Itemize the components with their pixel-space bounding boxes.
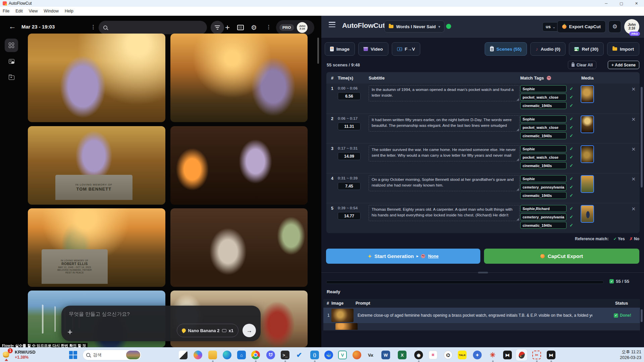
kebab-menu-icon[interactable]: ⋮	[91, 24, 96, 30]
edge-icon[interactable]	[223, 351, 231, 359]
subtitle-textarea[interactable]: It had been written fifty years earlier,…	[369, 115, 520, 132]
tag-input[interactable]: Sophie	[520, 175, 567, 182]
reference-no-option[interactable]: ✗ No	[630, 237, 639, 241]
remove-scene-button[interactable]: ✕	[631, 206, 636, 212]
scene-media-thumbnail[interactable]	[581, 205, 594, 223]
chrome-icon[interactable]	[251, 351, 260, 359]
duration-input[interactable]: 7.45	[338, 182, 361, 190]
office-swirl-icon[interactable]	[353, 351, 361, 359]
sidebar-assets-button[interactable]	[5, 55, 18, 68]
send-button[interactable]: →	[243, 324, 256, 337]
tag-input[interactable]: pocket_watch_close	[520, 154, 567, 161]
more-menu-icon[interactable]: ⋮	[266, 24, 271, 30]
sidebar-grid-view-button[interactable]	[5, 39, 18, 52]
minimize-button[interactable]: ─	[599, 0, 614, 7]
file-explorer-icon[interactable]	[208, 351, 217, 359]
tag-input[interactable]: cinematic_1940s	[520, 162, 567, 169]
prompt-thumbnail[interactable]	[331, 309, 354, 322]
project-selector[interactable]: Words I Never Said ▾	[384, 20, 444, 33]
tag-input[interactable]: Sophie,Richard	[520, 205, 567, 212]
prompt-input[interactable]: 무엇을 만들고 싶으신가요?	[69, 311, 130, 317]
tag-input[interactable]: cemetery_pennsylvania	[520, 213, 567, 220]
sidebar-export-button[interactable]	[5, 71, 18, 84]
tab-audio[interactable]: ♪ Audio (0)	[530, 42, 566, 56]
prompt-thumbnail[interactable]	[335, 323, 358, 330]
export-capcut-button[interactable]: Export CapCut	[557, 20, 606, 33]
model-selector[interactable]: Nano Banana 2 x1	[177, 324, 238, 337]
vscode-icon[interactable]: ⟨⟩	[310, 351, 319, 359]
discord-icon[interactable]: ᗢ	[266, 351, 275, 359]
copilot-icon[interactable]	[194, 351, 202, 359]
generated-image-6[interactable]	[170, 208, 308, 287]
prompt-row-2-partial[interactable]	[323, 323, 640, 330]
chatgpt-icon[interactable]: ⌬	[444, 351, 452, 359]
menu-view[interactable]: View	[29, 9, 38, 13]
start-button[interactable]	[69, 351, 77, 359]
account-chip[interactable]: PRO John 3:16	[276, 20, 314, 35]
tag-input[interactable]: cinematic_1940s	[520, 192, 567, 199]
scene-media-thumbnail[interactable]	[581, 115, 594, 133]
maximize-button[interactable]: ▢	[614, 0, 629, 7]
tag-input[interactable]: Sophie	[520, 145, 567, 152]
subtitle-textarea[interactable]: The soldier survived the war. He came ho…	[369, 145, 520, 161]
starburst-app-icon[interactable]: ✳	[488, 351, 497, 359]
microsoft-store-icon[interactable]: ⌂	[237, 351, 246, 359]
subtitle-textarea[interactable]: On a gray October morning, Sophie Bennet…	[369, 175, 520, 191]
reference-yes-option[interactable]: ✓ Yes	[613, 237, 625, 241]
compass-app-icon[interactable]: ✦	[473, 351, 482, 359]
scene-media-thumbnail[interactable]	[581, 85, 594, 103]
remove-scene-button[interactable]: ✕	[631, 146, 636, 152]
generated-image-4[interactable]	[170, 126, 308, 205]
remove-scene-button[interactable]: ✕	[631, 176, 636, 182]
project-date-title[interactable]: Mar 23 - 19:03	[21, 24, 55, 30]
duration-input[interactable]: 14.09	[338, 152, 361, 160]
prompt-table-scrollbar[interactable]	[641, 309, 643, 322]
tag-input[interactable]: Sophie	[520, 115, 567, 122]
flow-scrollbar[interactable]	[317, 38, 319, 64]
tab-import[interactable]: Import	[607, 42, 639, 56]
generated-image-3[interactable]: IN LOVING MEMORY OF TOM BENNETT	[28, 126, 165, 205]
add-scene-button[interactable]: + Add Scene	[608, 61, 639, 69]
stocks-widget[interactable]: 1 KRW/USD +1.38%	[2, 349, 36, 360]
tag-input[interactable]: cinematic_1940s	[520, 222, 567, 229]
excel-icon[interactable]: X	[398, 351, 407, 359]
kakaotalk-icon[interactable]: TALK	[458, 351, 467, 359]
prompt-row-1[interactable]: 1 Extreme close-up of aged feminine hand…	[323, 308, 640, 323]
docker-icon[interactable]: 🐳	[324, 351, 333, 359]
menu-window[interactable]: Window	[44, 9, 59, 13]
duration-input[interactable]: 11.31	[338, 122, 361, 130]
taskbar-search[interactable]: 검색	[83, 350, 142, 360]
obs-icon[interactable]: ◉	[414, 351, 423, 359]
filmstrip-button[interactable]	[234, 21, 247, 34]
v-app-icon[interactable]: V	[338, 351, 347, 359]
close-button[interactable]: ✕	[629, 0, 644, 7]
tab-ref[interactable]: Ref (30)	[569, 42, 604, 56]
clear-all-button[interactable]: Clear All	[568, 61, 596, 69]
style-none-link[interactable]: None	[428, 254, 438, 259]
scene-media-thumbnail[interactable]	[581, 145, 594, 163]
capcut-icon[interactable]: ⧓	[503, 351, 512, 359]
avatar[interactable]: John 3:16	[297, 22, 308, 33]
menu-help[interactable]: Help	[65, 9, 73, 13]
duration-input[interactable]: 6.56	[338, 92, 361, 100]
tab-image[interactable]: Image	[325, 42, 355, 56]
prompt-bar[interactable]: 무엇을 만들고 싶으신가요? + Nano Banana 2 x1 →	[61, 306, 261, 341]
duration-input[interactable]: 14.77	[338, 212, 361, 220]
clipping-tool-icon[interactable]: ✂	[532, 351, 541, 359]
vx-app-icon[interactable]: V̵x	[366, 351, 375, 359]
scene-media-thumbnail[interactable]	[581, 175, 594, 193]
tab-frame-to-video[interactable]: F→V	[392, 42, 421, 56]
settings-button[interactable]: ⚙	[247, 21, 261, 34]
generated-image-1[interactable]	[28, 34, 165, 122]
todo-check-icon[interactable]: ✔	[295, 351, 304, 359]
remove-scene-button[interactable]: ✕	[631, 116, 636, 122]
add-button[interactable]: +	[221, 21, 234, 34]
capcut-icon-2[interactable]: ⧓	[547, 351, 555, 359]
subtitle-textarea[interactable]: In the autumn of 1994, a woman opened a …	[369, 85, 520, 101]
slack-icon[interactable]: ⌗	[429, 351, 437, 359]
tag-input[interactable]: Sophie	[520, 85, 567, 92]
taskbar-clock[interactable]: 오후 11:21 2026-03-23	[620, 349, 641, 361]
language-select[interactable]: us ⌄	[542, 22, 559, 32]
tag-input[interactable]: pocket_watch_close	[520, 124, 567, 131]
terminal-icon[interactable]: >_	[281, 351, 289, 359]
